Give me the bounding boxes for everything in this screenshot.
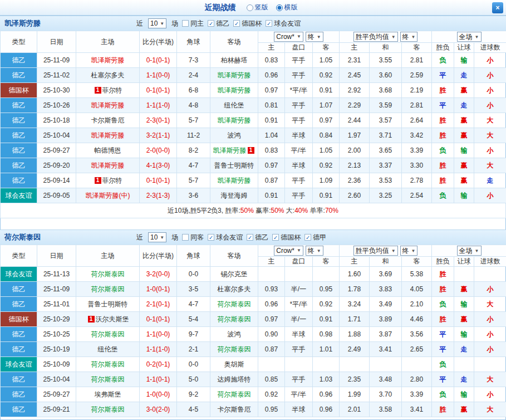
corners: 6-8 (177, 83, 210, 98)
mean-draw: 3.89 (370, 312, 402, 327)
layout-horizontal-label: 横版 (284, 3, 298, 12)
away-team: 波鸿 (210, 128, 258, 143)
col-odds-line: 盘口 (285, 43, 313, 53)
away-team: 荷尔斯泰因 (210, 312, 258, 327)
home-team: 普鲁士明斯特 (76, 297, 140, 312)
fulltime-select[interactable]: 全场▼ (457, 246, 482, 256)
odds-away: 1.05 (313, 53, 340, 68)
match-row: 德乙25-09-27埃弗斯堡1-0(0-0)9-2荷尔斯泰因0.92平/半0.9… (1, 387, 506, 402)
odds-final-select[interactable]: 终▼ (306, 246, 323, 256)
match-row: 德乙25-09-20凯泽斯劳滕4-1(3-0)4-7普鲁士明斯特0.97半球0.… (1, 158, 506, 173)
fulltime-select-cell: 全场▼ (432, 31, 506, 43)
close-button[interactable]: × (492, 2, 503, 13)
odds-away: 0.98 (313, 327, 340, 342)
chevron-down-icon: ▼ (411, 248, 416, 253)
col-away: 客场 (210, 31, 258, 53)
corners: 4-8 (177, 98, 210, 113)
league-type-badge: 德乙 (1, 387, 37, 402)
col-mean-draw: 和 (370, 257, 402, 267)
bookmaker-select[interactable]: Crow*▼ (274, 32, 303, 42)
odds-away: 0.96 (313, 402, 340, 417)
match-date: 25-10-26 (37, 98, 76, 113)
layout-horizontal-radio[interactable]: 横版 (276, 3, 298, 12)
filter-checkbox-球会友谊[interactable]: ✓球会友谊 (266, 19, 301, 28)
recent-count-select[interactable]: 10▼ (148, 18, 166, 28)
col-result-wdl: 胜负 (432, 257, 454, 267)
odds-home: 0.91 (258, 113, 285, 128)
chevron-down-icon: ▼ (411, 35, 416, 40)
result-wdl: 负 (432, 297, 454, 312)
league-type-badge: 德乙 (1, 53, 37, 68)
result-goals: 小 (474, 53, 506, 68)
score: 2-0(0-0) (140, 143, 177, 158)
score: 1-1(0-0) (140, 327, 177, 342)
mean-away: 4.05 (402, 282, 432, 297)
home-team: 纽伦堡 (76, 342, 140, 357)
layout-vertical-radio[interactable]: 竖版 (247, 3, 268, 12)
mean-final-select[interactable]: 终▼ (400, 246, 418, 256)
mean-draw: 3.53 (370, 173, 402, 188)
col-mean-home: 主 (340, 257, 370, 267)
result-handicap: 赢 (454, 282, 474, 297)
result-handicap: 赢 (454, 173, 474, 188)
odds-home: 0.92 (258, 387, 285, 402)
col-corners: 角球 (177, 245, 210, 267)
mean-home (340, 357, 370, 372)
corners: 5-4 (177, 312, 210, 327)
match-row: 德乙25-11-02杜塞尔多夫1-1(0-0)2-4凯泽斯劳滕0.96平手0.9… (1, 68, 506, 83)
red-card-badge: 1 (88, 316, 95, 323)
stats-summary: 近10场,胜5平2负3, 胜率:50% 赢率:50% 大:40% 单率:70% (0, 203, 506, 218)
filter-checkbox-球会友谊[interactable]: ✓球会友谊 (208, 233, 243, 242)
result-handicap: 赢 (454, 312, 474, 327)
recent-matches-table: 类型 日期 主场 比分(半场) 角球 客场 Crow*▼终▼ 胜平负均值▼终▼ … (0, 245, 506, 417)
team-name: 凯泽斯劳滕 (0, 18, 136, 28)
filter-checkbox-德国杯[interactable]: ✓德国杯 (233, 19, 262, 28)
away-team: 锡尔克堡 (210, 267, 258, 282)
odds-home: 0.87 (258, 173, 285, 188)
odds-home: 0.87 (258, 342, 285, 357)
mean-final-select[interactable]: 终▼ (400, 32, 418, 42)
mean-home: 2.00 (340, 143, 370, 158)
odds-line: 平手 (285, 113, 313, 128)
filter-checkbox-德甲[interactable]: ✓德甲 (304, 233, 326, 242)
filter-checkbox-德乙[interactable]: ✓德乙 (208, 19, 229, 28)
col-result-handicap: 让球 (454, 43, 474, 53)
checkbox-unchecked-icon (182, 234, 189, 241)
match-row: 德乙25-10-04荷尔斯泰因1-1(0-1)5-0达姆施塔特0.85平手1.0… (1, 372, 506, 387)
league-type-badge: 德乙 (1, 158, 37, 173)
mean-away: 3.39 (402, 387, 432, 402)
away-team: 海登海姆 (210, 188, 258, 203)
result-handicap: 输 (454, 188, 474, 203)
filter-line: 近 10▼ 场 同客✓球会友谊✓德乙✓德国杯✓德甲 (136, 232, 326, 242)
col-score: 比分(半场) (140, 31, 177, 53)
odds-line: *平/半 (285, 83, 313, 98)
odds-line: 平/半 (285, 143, 313, 158)
filter-checkbox-同主[interactable]: 同主 (182, 19, 204, 28)
games-label: 场 (171, 19, 178, 28)
result-wdl: 平 (432, 327, 454, 342)
bookmaker-select[interactable]: Crow*▼ (274, 246, 303, 256)
filter-checkbox-同客[interactable]: 同客 (182, 233, 204, 242)
league-type-badge: 德国杯 (1, 83, 37, 98)
result-goals: 小 (474, 143, 506, 158)
fulltime-select[interactable]: 全场▼ (457, 32, 482, 42)
league-type-badge: 德乙 (1, 327, 37, 342)
mean-away: 2.10 (402, 297, 432, 312)
filter-checkbox-德国杯[interactable]: ✓德国杯 (272, 233, 301, 242)
match-date: 25-11-13 (37, 267, 76, 282)
odds-away: 0.91 (313, 188, 340, 203)
odds-home: 0.96 (258, 68, 285, 83)
recent-count-select[interactable]: 10▼ (148, 232, 166, 242)
corners: 7-3 (177, 53, 210, 68)
mean-select[interactable]: 胜平负均值▼ (353, 246, 398, 256)
corners: 0-0 (177, 357, 210, 372)
filter-checkbox-德乙[interactable]: ✓德乙 (247, 233, 268, 242)
mean-select[interactable]: 胜平负均值▼ (353, 32, 398, 42)
odds-line: 平手 (285, 53, 313, 68)
mean-draw (370, 357, 402, 372)
odds-final-select[interactable]: 终▼ (306, 32, 323, 42)
score: 4-1(3-0) (140, 158, 177, 173)
league-type-badge: 球会友谊 (1, 267, 37, 282)
corners: 5-7 (177, 113, 210, 128)
mean-home: 2.01 (340, 402, 370, 417)
